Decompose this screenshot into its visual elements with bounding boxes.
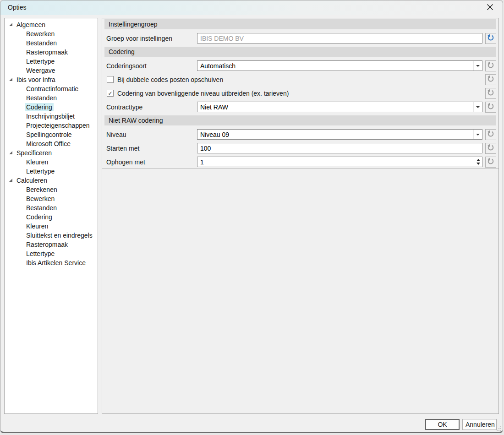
options-dialog: Opties Algemeen Bewerken Bestanden Raste…: [0, 0, 503, 433]
field-label: Niveau: [106, 131, 197, 138]
section-header-instellingengroep: Instellingengroep: [104, 19, 496, 29]
chevron-down-icon[interactable]: [473, 102, 482, 112]
checkbox-label: Bij dubbele codes posten opschuiven: [117, 76, 223, 83]
undo-icon: [487, 144, 494, 152]
undo-icon: [487, 103, 494, 111]
tree-item-calculeren[interactable]: Calculeren: [5, 176, 98, 185]
reset-button[interactable]: [485, 143, 496, 154]
field-label: Ophogen met: [106, 158, 197, 166]
niveau-combobox[interactable]: Niveau 09: [197, 129, 482, 140]
tree-item-kleuren[interactable]: Kleuren: [5, 158, 98, 167]
undo-icon: [487, 34, 494, 43]
tree-expander-icon[interactable]: [8, 177, 15, 184]
combobox-value: Niet RAW: [197, 102, 473, 112]
tree-item-microsoft-office[interactable]: Microsoft Office: [5, 139, 98, 148]
combobox-value: Automatisch: [197, 61, 473, 71]
tree-expander-icon[interactable]: [8, 76, 15, 83]
undo-icon: [487, 89, 494, 98]
tree-item-sluittekst[interactable]: Sluittekst en eindregels: [5, 231, 98, 240]
tree-item-rasteropmaak[interactable]: Rasteropmaak: [5, 48, 98, 57]
tree-item-bestanden-infra[interactable]: Bestanden: [5, 93, 98, 103]
settings-panel: Instellingengroep Groep voor instellinge…: [102, 18, 499, 414]
reset-button[interactable]: [485, 33, 496, 44]
row-starten-met: Starten met: [104, 143, 496, 153]
spinner-controls: [474, 157, 482, 167]
tree-item-kleuren-calc[interactable]: Kleuren: [5, 222, 98, 231]
combobox-value: Niveau 09: [197, 130, 473, 139]
tree-item-ibis-artikelen-service[interactable]: Ibis Artikelen Service: [5, 258, 98, 267]
field-label: Contracttype: [106, 103, 197, 111]
ophogen-met-input[interactable]: [197, 157, 474, 167]
tree-item-lettertype-spec[interactable]: Lettertype: [5, 167, 98, 176]
tree-expander-icon[interactable]: [8, 22, 15, 28]
title-bar[interactable]: Opties: [0, 0, 503, 15]
close-button[interactable]: [481, 1, 499, 14]
tree-item-bestanden-calc[interactable]: Bestanden: [5, 203, 98, 212]
chevron-down-icon[interactable]: [473, 61, 482, 71]
contracttype-combobox[interactable]: Niet RAW: [197, 102, 482, 112]
tree-expander-icon[interactable]: [8, 150, 15, 156]
rows-divider: [102, 169, 499, 169]
row-ophogen-met: Ophogen met: [104, 157, 496, 167]
tree-item-ibis-voor-infra[interactable]: Ibis voor Infra: [5, 75, 98, 84]
dialog-title: Opties: [8, 4, 26, 11]
tree-item-lettertype[interactable]: Lettertype: [5, 57, 98, 66]
undo-icon: [487, 130, 494, 139]
spin-up-icon[interactable]: [477, 159, 480, 161]
tree-item-bewerken[interactable]: Bewerken: [5, 29, 98, 38]
undo-icon: [487, 61, 494, 70]
tree-item-specificeren[interactable]: Specificeren: [5, 148, 98, 158]
tree-item-algemeen[interactable]: Algemeen: [5, 20, 98, 29]
groep-voor-instellingen-input: [197, 33, 482, 43]
tree-item-contractinformatie[interactable]: Contractinformatie: [5, 84, 98, 93]
row-codering-bovenliggende: ✓ Codering van bovenliggende niveau uitb…: [104, 88, 496, 98]
undo-icon: [487, 158, 494, 166]
tree-item-rasteropmaak-calc[interactable]: Rasteropmaak: [5, 240, 98, 249]
tree-item-inschrijvingsbiljet[interactable]: Inschrijvingsbiljet: [5, 112, 98, 121]
ok-button[interactable]: OK: [425, 419, 460, 430]
tree-item-projecteigenschappen[interactable]: Projecteigenschappen: [5, 121, 98, 130]
section-header-codering: Codering: [104, 47, 496, 57]
row-groep-voor-instellingen: Groep voor instellingen: [104, 33, 496, 44]
spin-down-icon[interactable]: [477, 163, 480, 165]
reset-button[interactable]: [485, 129, 496, 140]
undo-icon: [487, 75, 494, 84]
field-label: Starten met: [106, 145, 197, 152]
tree-item-bewerken-calc[interactable]: Bewerken: [5, 194, 98, 203]
field-label: Groep voor instellingen: [106, 35, 197, 42]
options-tree: Algemeen Bewerken Bestanden Rasteropmaak…: [5, 18, 98, 267]
reset-button[interactable]: [485, 157, 496, 168]
cancel-button[interactable]: Annuleren: [462, 419, 497, 430]
close-icon: [487, 4, 493, 12]
coderingsoort-combobox[interactable]: Automatisch: [197, 60, 482, 71]
ophogen-met-field[interactable]: [197, 157, 482, 167]
starten-met-input[interactable]: [197, 143, 482, 153]
reset-button[interactable]: [485, 102, 496, 113]
row-bij-dubbele-codes: Bij dubbele codes posten opschuiven: [104, 74, 496, 85]
tree-item-bestanden[interactable]: Bestanden: [5, 38, 98, 48]
tree-item-berekenen[interactable]: Berekenen: [5, 185, 98, 194]
options-tree-panel: Algemeen Bewerken Bestanden Rasteropmaak…: [4, 18, 98, 414]
tree-item-codering-calc[interactable]: Codering: [5, 212, 98, 222]
reset-button[interactable]: [485, 60, 496, 71]
field-label: Coderingsoort: [106, 62, 197, 70]
row-niveau: Niveau Niveau 09: [104, 129, 496, 140]
tree-item-spellingcontrole[interactable]: Spellingcontrole: [5, 130, 98, 139]
chevron-down-icon[interactable]: [473, 130, 482, 139]
resize-grip[interactable]: [496, 425, 501, 431]
reset-button[interactable]: [485, 74, 496, 85]
checkbox-label: Codering van bovenliggende niveau uitbre…: [117, 90, 289, 97]
tree-item-lettertype-calc[interactable]: Lettertype: [5, 249, 98, 258]
groep-voor-instellingen-field: [197, 33, 482, 44]
starten-met-field[interactable]: [197, 143, 482, 153]
reset-button[interactable]: [485, 88, 496, 99]
tree-item-weergave[interactable]: Weergave: [5, 66, 98, 75]
codering-bovenliggende-checkbox[interactable]: ✓: [107, 90, 114, 97]
row-contracttype: Contracttype Niet RAW: [104, 102, 496, 112]
bij-dubbele-codes-checkbox[interactable]: [107, 76, 114, 83]
check-icon: ✓: [108, 90, 112, 97]
tree-item-codering-selected[interactable]: Codering: [5, 103, 98, 112]
section-header-niet-raw-codering: Niet RAW codering: [104, 115, 496, 125]
row-coderingsoort: Coderingsoort Automatisch: [104, 60, 496, 71]
